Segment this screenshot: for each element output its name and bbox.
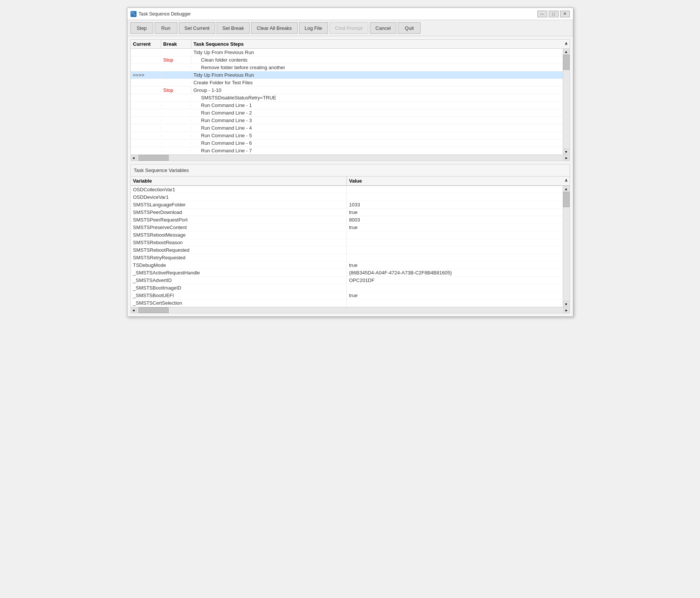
variable-table-row[interactable]: _SMSTSCertSelection <box>131 299 563 307</box>
sequence-table-row[interactable]: Run Command Line - 6 <box>131 139 563 147</box>
seq-scroll-down-button[interactable]: ▼ <box>563 149 570 155</box>
var-row-value <box>347 246 563 254</box>
variable-table-row[interactable]: TSDebugModetrue <box>131 262 563 269</box>
run-button[interactable]: Run <box>155 22 177 34</box>
sequence-table-row[interactable]: Run Command Line - 7 <box>131 147 563 155</box>
seq-scroll-thumb[interactable] <box>563 55 570 70</box>
seq-hscroll-left-button[interactable]: ◄ <box>131 155 137 161</box>
var-row-name: _SMSTSAdvertID <box>131 277 347 284</box>
var-hscroll-track <box>137 307 563 313</box>
variable-table-row[interactable]: SMSTSRebootReason <box>131 239 563 246</box>
var-scroll-thumb[interactable] <box>563 192 570 207</box>
sequence-table-header: Current Break Task Sequence Steps ∧ <box>131 40 570 49</box>
var-col-header-value: Value <box>347 177 563 185</box>
row-step-label: Create Folder for Test Files <box>191 79 563 86</box>
sequence-table-row[interactable]: Create Folder for Test Files <box>131 79 563 87</box>
variable-table-row[interactable]: _SMSTSBootImageID <box>131 284 563 292</box>
variable-table-row[interactable]: _SMSTSBootUEFItrue <box>131 292 563 299</box>
var-row-value: true <box>347 224 563 231</box>
var-row-name: SMSTSRebootRequested <box>131 246 347 254</box>
sequence-table-row[interactable]: Remove folder before creating another <box>131 64 563 71</box>
sequence-table-row[interactable]: Run Command Line - 5 <box>131 132 563 139</box>
variables-panel-title: Task Sequence Variables <box>131 164 570 177</box>
var-row-name: OSDDeviceVar1 <box>131 194 347 201</box>
sequence-table-row[interactable]: StopClean folder contents <box>131 56 563 64</box>
seq-hscroll-thumb[interactable] <box>138 155 169 161</box>
sequence-table-row[interactable]: Run Command Line - 2 <box>131 109 563 117</box>
row-step-label: SMSTSDisableStatusRetry=TRUE <box>191 94 563 101</box>
sequence-table-row[interactable]: ==>>Tidy Up From Previous Run <box>131 71 563 79</box>
seq-scroll-up-button[interactable]: ▲ <box>563 49 570 55</box>
seq-hscroll-right-button[interactable]: ► <box>563 155 570 161</box>
log-file-button[interactable]: Log File <box>299 22 328 34</box>
sequence-table-row[interactable]: Run Command Line - 3 <box>131 117 563 124</box>
row-break-indicator <box>161 97 191 99</box>
variable-table-row[interactable]: SMSTSRetryRequested <box>131 254 563 262</box>
var-row-value: true <box>347 209 563 216</box>
var-scroll-track <box>563 192 570 301</box>
row-current-indicator <box>131 150 161 152</box>
variable-table-row[interactable]: _SMSTSAdvertIDOPC201DF <box>131 277 563 284</box>
sequence-vertical-scrollbar[interactable]: ▲ ▼ <box>563 49 570 155</box>
row-current-indicator <box>131 90 161 91</box>
sequence-table-row[interactable]: Run Command Line - 1 <box>131 102 563 109</box>
sequence-panel: Current Break Task Sequence Steps ∧ Tidy… <box>130 39 570 161</box>
sequence-table-row[interactable]: Run Command Line - 4 <box>131 124 563 132</box>
variables-panel: Task Sequence Variables Variable Value ∧… <box>130 164 570 313</box>
clear-all-breaks-button[interactable]: Clear All Breaks <box>251 22 297 34</box>
var-hscroll-left-button[interactable]: ◄ <box>131 307 137 313</box>
row-current-indicator <box>131 135 161 136</box>
set-break-button[interactable]: Set Break <box>217 22 250 34</box>
var-row-value <box>347 194 563 201</box>
variable-table-row[interactable]: SMSTSLanguageFolder1033 <box>131 201 563 209</box>
step-button[interactable]: Step <box>130 22 153 34</box>
var-row-value: {86B345D4-A04F-4724-A73B-C2F8B4B81605} <box>347 269 563 276</box>
sequence-table-row[interactable]: Tidy Up From Previous Run <box>131 49 563 56</box>
variables-table-body: OSDCollectionVar1OSDDeviceVar1SMSTSLangu… <box>131 186 563 307</box>
var-row-name: _SMSTSCertSelection <box>131 299 347 307</box>
variable-table-row[interactable]: OSDDeviceVar1 <box>131 194 563 201</box>
row-step-label: Remove folder before creating another <box>191 64 563 71</box>
close-button[interactable]: ✕ <box>560 11 570 17</box>
variable-table-row[interactable]: SMSTSPreserveContenttrue <box>131 224 563 231</box>
row-current-indicator <box>131 59 161 61</box>
var-row-value <box>347 254 563 261</box>
var-hscroll-thumb[interactable] <box>138 307 169 313</box>
row-current-indicator <box>131 67 161 68</box>
row-current-indicator: ==>> <box>131 71 161 79</box>
maximize-button[interactable]: □ <box>549 11 559 17</box>
toolbar: Step Run Set Current Set Break Clear All… <box>127 20 573 36</box>
row-step-label: Run Command Line - 2 <box>191 109 563 116</box>
variable-table-row[interactable]: OSDCollectionVar1 <box>131 186 563 194</box>
variable-table-row[interactable]: SMSTSRebootMessage <box>131 231 563 239</box>
minimize-button[interactable]: ─ <box>537 11 547 17</box>
var-scroll-up-button[interactable]: ▲ <box>563 186 570 192</box>
variable-table-row[interactable]: SMSTSPeerRequestPort8003 <box>131 216 563 224</box>
cancel-button[interactable]: Cancel <box>370 22 396 34</box>
sequence-table-body: Tidy Up From Previous RunStopClean folde… <box>131 49 563 155</box>
quit-button[interactable]: Quit <box>398 22 421 34</box>
sequence-table-row[interactable]: SMSTSDisableStatusRetry=TRUE <box>131 94 563 102</box>
variables-horizontal-scrollbar[interactable]: ◄ ► <box>131 307 570 313</box>
var-row-value <box>347 231 563 239</box>
var-hscroll-right-button[interactable]: ► <box>563 307 570 313</box>
col-header-current: Current <box>131 40 161 48</box>
var-scroll-down-button[interactable]: ▼ <box>563 301 570 307</box>
set-current-button[interactable]: Set Current <box>179 22 215 34</box>
sequence-horizontal-scrollbar[interactable]: ◄ ► <box>131 155 570 161</box>
row-break-indicator <box>161 150 191 152</box>
row-break-indicator <box>161 82 191 84</box>
var-row-name: _SMSTSActiveRequestHandle <box>131 269 347 276</box>
variable-table-row[interactable]: SMSTSRebootRequested <box>131 246 563 254</box>
sequence-table-row[interactable]: StopGroup - 1-10 <box>131 87 563 94</box>
variable-table-row[interactable]: SMSTSPeerDownloadtrue <box>131 209 563 216</box>
row-break-indicator <box>161 67 191 68</box>
var-row-name: _SMSTSBootImageID <box>131 284 347 291</box>
var-row-name: SMSTSRetryRequested <box>131 254 347 261</box>
variables-vertical-scrollbar[interactable]: ▲ ▼ <box>563 186 570 307</box>
cmd-prompt-button[interactable]: Cmd Prompt <box>329 22 368 34</box>
var-row-name: SMSTSRebootMessage <box>131 231 347 239</box>
row-current-indicator <box>131 112 161 114</box>
row-step-label: Run Command Line - 3 <box>191 117 563 124</box>
variable-table-row[interactable]: _SMSTSActiveRequestHandle{86B345D4-A04F-… <box>131 269 563 277</box>
